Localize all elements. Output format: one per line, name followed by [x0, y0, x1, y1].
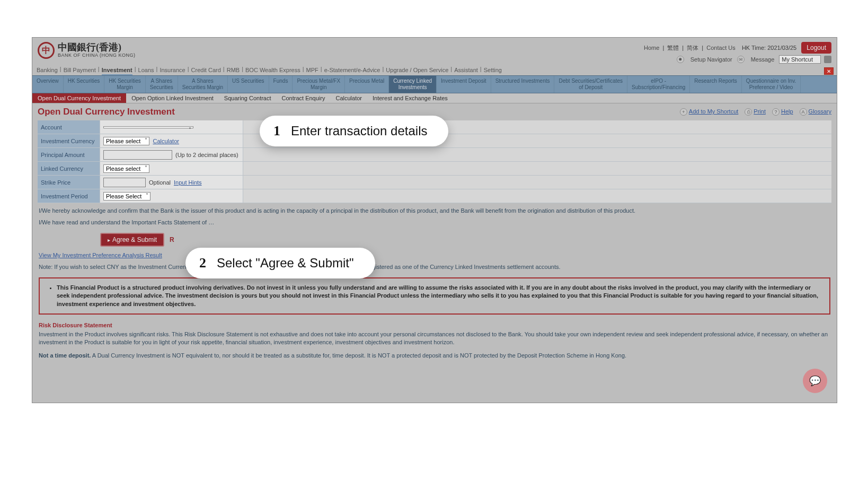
page-title: Open Dual Currency Investment [38, 107, 175, 117]
brand-cn: 中國銀行(香港) [58, 42, 136, 53]
link-help[interactable]: Help [781, 108, 793, 115]
hint-principal: (Up to 2 decimal places) [175, 152, 238, 158]
mainnav-item-setting[interactable]: Setting [484, 66, 502, 75]
tab-4[interactable]: Calculator [330, 93, 367, 103]
subnav-item-5[interactable]: US Securities [228, 76, 269, 93]
warning-text: This Financial Product is a structured p… [57, 284, 820, 308]
mainnav-item-assistant[interactable]: Assistant [454, 66, 478, 75]
note-text: Note: If you wish to select CNY as the I… [32, 258, 837, 274]
hktime-value: 2021/03/25 [767, 45, 796, 51]
select-linked-ccy[interactable]: Please select [103, 164, 149, 173]
tab-1[interactable]: Open Option Linked Investment [126, 93, 219, 103]
confirm-p2: I/We have read and understand the Import… [39, 219, 830, 225]
select-period[interactable]: Please Select [103, 192, 150, 201]
top-links: Home | 繁體 | 简体 | Contact Us HK Time: 202… [642, 42, 831, 64]
risk-p2: Not a time deposit. A Dual Currency Inve… [39, 352, 830, 360]
reset-button-partial[interactable]: R [169, 234, 175, 246]
mainnav-item-mpf[interactable]: MPF [306, 66, 318, 75]
callout-2-text: Select "Agree & Submit" [217, 256, 354, 271]
subnav-item-13[interactable]: eIPO -Subscription/Financing [627, 76, 690, 93]
label-strike: Strike Price [38, 176, 100, 189]
warning-box: This Financial Product is a structured p… [39, 277, 830, 315]
tab-5[interactable]: Interest and Exchange Rates [367, 93, 453, 103]
link-sc[interactable]: 简体 [687, 45, 698, 51]
shortcut-go-button[interactable] [824, 56, 831, 63]
callout-2: 2 Select "Agree & Submit" [185, 248, 375, 278]
agree-submit-button[interactable]: Agree & Submit [100, 233, 164, 247]
help-icon: ? [772, 108, 780, 116]
mainnav-item-insurance[interactable]: Insurance [160, 66, 185, 75]
subnav-item-8[interactable]: Precious Metal [345, 76, 389, 93]
link-contact[interactable]: Contact Us [706, 45, 735, 51]
print-icon: ⎙ [745, 108, 752, 116]
bank-logo-icon: 中 [38, 42, 55, 59]
subnav-item-6[interactable]: Funds [269, 76, 293, 93]
callout-1-text: Enter transaction details [291, 124, 427, 138]
link-tc[interactable]: 繁體 [667, 45, 679, 51]
subnav-item-14[interactable]: Research Reports [690, 76, 742, 93]
tab-3[interactable]: Contract Enquiry [277, 93, 331, 103]
link-setup-navigator[interactable]: Setup Navigator [690, 56, 732, 63]
gear-icon: ✸ [677, 56, 684, 63]
app-window: 中 中國銀行(香港) BANK OF CHINA (HONG KONG) Hom… [32, 37, 837, 403]
link-add-shortcut[interactable]: Add to My Shortcut [689, 108, 739, 115]
confirm-p1: I/We hereby acknowledge and confirm that… [39, 207, 830, 214]
link-calculator[interactable]: Calculator [153, 138, 179, 144]
label-linked-ccy: Linked Currency [38, 162, 100, 175]
label-principal: Principal Amount [38, 148, 100, 161]
mainnav-item-bill-payment[interactable]: Bill Payment [64, 66, 96, 75]
callout-1-num: 1 [273, 123, 280, 139]
risk-title: Risk Disclosure Statement [39, 322, 830, 328]
select-account[interactable] [103, 126, 193, 128]
my-shortcut-select[interactable]: My Shortcut [779, 55, 821, 64]
subnav-item-7[interactable]: Precious Metal/FXMargin [293, 76, 345, 93]
input-principal[interactable] [103, 150, 172, 160]
input-strike[interactable] [103, 178, 146, 187]
mainnav-item-boc-wealth-express[interactable]: BOC Wealth Express [245, 66, 300, 75]
subnav-item-4[interactable]: A SharesSecurities Margin [178, 76, 228, 93]
risk-p1: Investment in the Product involves signi… [39, 330, 830, 346]
subnav-item-9[interactable]: Currency LinkedInvestments [389, 76, 437, 93]
hint-optional: Optional [149, 179, 171, 186]
confirm-text: I/We hereby acknowledge and confirm that… [32, 203, 837, 233]
label-period: Investment Period [38, 189, 100, 203]
subnav-item-15[interactable]: Questionnaire on Inv.Preference / Video [742, 76, 801, 93]
tab-2[interactable]: Squaring Contract [219, 93, 277, 103]
link-input-hints[interactable]: Input Hints [174, 179, 202, 186]
tab-bar: Open Dual Currency InvestmentOpen Option… [32, 93, 837, 103]
link-print[interactable]: Print [754, 108, 766, 115]
select-inv-ccy[interactable]: Please select [103, 137, 149, 145]
subnav-item-0[interactable]: Overview [32, 76, 64, 93]
header: 中 中國銀行(香港) BANK OF CHINA (HONG KONG) Hom… [32, 38, 837, 66]
mainnav-item-upgrade-open-service[interactable]: Upgrade / Open Service [386, 66, 448, 75]
subnav-item-2[interactable]: HK SecuritiesMargin [104, 76, 146, 93]
logout-button[interactable]: Logout [801, 42, 831, 54]
close-icon[interactable]: ✕ [824, 67, 834, 75]
subnav-item-1[interactable]: HK Securities [64, 76, 105, 93]
main-nav: Banking|Bill Payment|Investment|Loans|In… [32, 66, 837, 75]
link-home[interactable]: Home [644, 45, 659, 51]
label-account: Account [38, 120, 100, 134]
brand-logo: 中 中國銀行(香港) BANK OF CHINA (HONG KONG) [38, 42, 136, 59]
tab-0[interactable]: Open Dual Currency Investment [32, 93, 126, 103]
subnav-item-12[interactable]: Debt Securities/Certificatesof Deposit [554, 76, 627, 93]
hktime-label: HK Time: [742, 45, 766, 51]
mail-icon: ✉ [737, 56, 745, 63]
subnav-item-10[interactable]: Investment Deposit [437, 76, 491, 93]
add-shortcut-icon: + [680, 108, 687, 116]
mainnav-item-rmb[interactable]: RMB [227, 66, 240, 75]
glossary-icon: A [800, 108, 807, 116]
mainnav-item-credit-card[interactable]: Credit Card [191, 66, 221, 75]
mainnav-item-investment[interactable]: Investment [102, 66, 132, 75]
link-pref-analysis[interactable]: View My Investment Preference Analysis R… [32, 252, 169, 258]
chat-icon[interactable]: 💬 [803, 369, 827, 393]
risk-section: Risk Disclosure Statement Investment in … [32, 318, 837, 367]
label-inv-ccy: Investment Currency [38, 134, 100, 147]
link-message[interactable]: Message [751, 56, 775, 63]
mainnav-item-banking[interactable]: Banking [37, 66, 58, 75]
mainnav-item-e-statement-e-advice[interactable]: e-Statement/e-Advice [324, 66, 380, 75]
subnav-item-11[interactable]: Structured Investments [491, 76, 555, 93]
subnav-item-3[interactable]: A SharesSecurities [146, 76, 178, 93]
link-glossary[interactable]: Glossary [809, 108, 831, 115]
mainnav-item-loans[interactable]: Loans [138, 66, 154, 75]
